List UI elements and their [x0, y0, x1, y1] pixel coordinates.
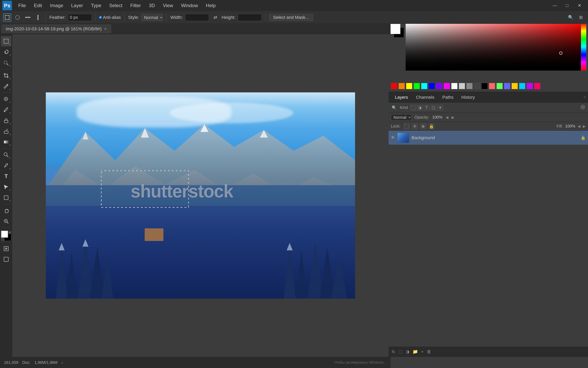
hue-strip[interactable]: [581, 23, 586, 71]
color-swatches-indicator[interactable]: [390, 24, 404, 38]
width-input[interactable]: [185, 14, 209, 21]
layers-panel-menu[interactable]: ≡: [583, 95, 586, 99]
type-filter-icon[interactable]: T: [424, 105, 430, 111]
foreground-color[interactable]: [390, 24, 400, 34]
channels-tab[interactable]: Channels: [412, 93, 438, 101]
layer-background[interactable]: 👁 Background 🔒: [389, 131, 588, 145]
ellipse-marquee-icon[interactable]: [13, 13, 21, 21]
layer-delete-icon[interactable]: 🗑: [427, 349, 431, 354]
anti-alias-checkbox[interactable]: [99, 16, 102, 19]
document-tab[interactable]: img-2020-10-03-14-58-19.png @ 161% (RGB/…: [2, 25, 111, 33]
swatch-sky[interactable]: [519, 83, 525, 89]
layers-tab[interactable]: Layers: [391, 93, 412, 101]
lock-all-icon[interactable]: 🔒: [429, 123, 434, 129]
color-saturation-brightness[interactable]: [406, 23, 586, 71]
swatch-magenta[interactable]: [444, 83, 450, 89]
swap-colors-icon[interactable]: ⇄: [9, 230, 11, 234]
feather-input[interactable]: [68, 14, 92, 21]
layer-group-icon[interactable]: 📁: [413, 349, 418, 354]
layer-filter-target[interactable]: [580, 104, 586, 111]
menu-3d[interactable]: 3D: [145, 1, 159, 10]
menu-filter[interactable]: Filter: [127, 1, 145, 10]
swatch-black[interactable]: [481, 83, 488, 89]
crop-tool[interactable]: ▾: [1, 70, 11, 81]
swatch-white[interactable]: [451, 83, 458, 89]
select-mask-button[interactable]: Select and Mask...: [269, 14, 313, 21]
canvas-area[interactable]: shutterstock: [12, 34, 389, 357]
menu-layer[interactable]: Layer: [67, 1, 87, 10]
zoom-tool[interactable]: [1, 216, 11, 226]
screen-mode-button[interactable]: [1, 254, 11, 265]
menu-image[interactable]: Image: [46, 1, 67, 10]
rect-marquee-icon[interactable]: [3, 13, 11, 21]
menu-help[interactable]: Help: [202, 1, 220, 10]
swatch-cyan[interactable]: [421, 83, 427, 89]
eraser-tool[interactable]: ▾: [1, 126, 11, 136]
view-toggle-icon[interactable]: ⊞: [577, 13, 585, 21]
search-icon[interactable]: 🔍: [567, 13, 575, 21]
path-select-tool[interactable]: ▾: [1, 182, 11, 192]
rect-marquee-tool[interactable]: ▾: [1, 36, 11, 46]
shape-filter-icon[interactable]: ▢: [430, 105, 436, 111]
close-button[interactable]: ✕: [573, 0, 586, 11]
lock-pixels-icon[interactable]: ⬛: [404, 123, 410, 129]
minimize-button[interactable]: —: [549, 0, 561, 11]
quick-select-tool[interactable]: ▾: [1, 57, 11, 68]
adjust-filter-icon[interactable]: ◑: [417, 105, 423, 111]
color-gradient-picker[interactable]: [406, 23, 586, 79]
swatch-orange[interactable]: [398, 83, 405, 89]
layer-visibility-toggle[interactable]: 👁: [391, 135, 395, 140]
swatch-red[interactable]: [391, 83, 397, 89]
lock-artboard-icon[interactable]: ⊕: [420, 123, 426, 129]
swatch-dark-gray[interactable]: [474, 83, 480, 89]
fill-increase[interactable]: ▶: [583, 124, 586, 129]
swatch-gray[interactable]: [466, 83, 473, 89]
fill-decrease[interactable]: ◀: [578, 124, 580, 129]
blend-mode-select[interactable]: Normal: [391, 114, 411, 120]
swatch-yellow[interactable]: [406, 83, 412, 89]
swatch-purple[interactable]: [436, 83, 443, 89]
swatch-blue[interactable]: [429, 83, 435, 89]
style-select[interactable]: Normal: [141, 14, 163, 21]
history-tab[interactable]: History: [457, 93, 479, 101]
paths-tab[interactable]: Paths: [438, 93, 457, 101]
swatch-violet[interactable]: [526, 83, 533, 89]
lock-position-icon[interactable]: ✛: [412, 123, 418, 129]
menu-type[interactable]: Type: [87, 1, 105, 10]
stamp-tool[interactable]: ▾: [1, 115, 11, 126]
swatch-light-green[interactable]: [497, 83, 503, 89]
swap-icon[interactable]: ⇄: [211, 13, 219, 21]
opacity-increase[interactable]: ▶: [452, 115, 454, 120]
gradient-tool[interactable]: ▾: [1, 137, 11, 147]
maximize-button[interactable]: □: [561, 0, 573, 11]
swatch-light-blue[interactable]: [504, 83, 510, 89]
swatch-rose[interactable]: [534, 83, 540, 89]
search-layers-icon[interactable]: 🔍: [391, 104, 398, 111]
menu-view[interactable]: View: [159, 1, 177, 10]
swatch-green[interactable]: [414, 83, 420, 89]
type-tool[interactable]: T: [1, 171, 11, 181]
menu-file[interactable]: File: [14, 1, 30, 10]
brush-tool[interactable]: ▾: [1, 105, 11, 115]
menu-select[interactable]: Select: [105, 1, 127, 10]
menu-window[interactable]: Window: [177, 1, 202, 10]
smart-filter-icon[interactable]: ✦: [437, 105, 443, 111]
layer-new-icon[interactable]: +: [421, 349, 424, 354]
pixel-filter-icon[interactable]: ⬛: [410, 105, 416, 111]
heal-tool[interactable]: ▾: [1, 94, 11, 104]
opacity-decrease[interactable]: ◀: [446, 115, 448, 120]
dodge-tool[interactable]: ▾: [1, 150, 11, 160]
layer-adjustment-icon[interactable]: ◑: [406, 349, 409, 354]
row-marquee-icon[interactable]: [24, 13, 32, 21]
eyedropper-tool[interactable]: ▾: [1, 81, 11, 92]
foreground-color-swatch[interactable]: [1, 230, 8, 238]
swatch-light-gray[interactable]: [459, 83, 465, 89]
hand-tool[interactable]: [1, 205, 11, 216]
default-colors-icon[interactable]: ⬛: [1, 238, 4, 241]
swatch-gold[interactable]: [511, 83, 518, 89]
layer-mask-icon[interactable]: ⬚: [398, 349, 402, 354]
height-input[interactable]: [238, 14, 262, 21]
col-marquee-icon[interactable]: [34, 13, 42, 21]
pen-tool[interactable]: ▾: [1, 160, 11, 171]
layer-effects-icon[interactable]: fx: [392, 349, 395, 354]
